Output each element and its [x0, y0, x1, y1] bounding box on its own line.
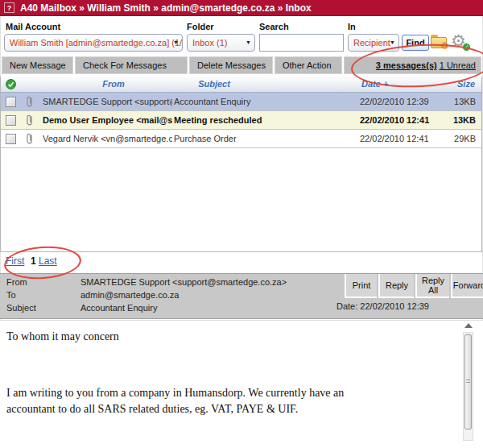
row-from: SMARTEDGE Support <support@smartedge.co.…	[43, 97, 172, 106]
search-in-value: Recipient	[353, 38, 390, 48]
row-from: Vegard Nervik <vn@smartedge.co.za>	[43, 134, 172, 143]
other-action-button[interactable]: Other Action	[275, 56, 342, 74]
new-message-button[interactable]: New Message	[2, 56, 73, 74]
row-checkbox[interactable]	[6, 97, 16, 107]
mail-account-label: Mail Account	[6, 22, 60, 31]
attachment-icon	[26, 114, 34, 127]
row-subject: Meeting rescheduled	[174, 115, 356, 125]
body-paragraph-line2: accountant to do all SARS related duties…	[6, 401, 385, 417]
select-all-check-icon[interactable]	[6, 79, 16, 89]
mailbox-window: ? A40 Mailbox » William Smith » admin@sm…	[0, 0, 483, 448]
row-subject: Accountant Enquiry	[174, 97, 356, 106]
reply-all-button[interactable]: Reply All	[415, 274, 449, 298]
folder-label: Folder	[187, 22, 214, 31]
row-checkbox[interactable]	[6, 134, 16, 144]
message-row-unread[interactable]: Demo User Employee <mail@smartedge.co.za…	[1, 111, 481, 130]
reading-pane-header: From SMARTEDGE Support <support@smartedg…	[0, 273, 483, 319]
chevron-down-icon: ▼	[390, 35, 395, 51]
body-paragraph-line1: I am writing to you from a company in Hu…	[6, 385, 385, 401]
unread-count-link[interactable]: 1 Unread	[440, 60, 476, 70]
from-value: SMARTEDGE Support <support@smartedge.co.…	[80, 277, 287, 287]
mail-account-value: William Smith [admin@smartedge.co.za] (1…	[10, 38, 183, 48]
scrollbar-thumb[interactable]	[464, 334, 472, 429]
subject-value: Accountant Enquiry	[80, 303, 157, 313]
row-date: 22/02/2010 12:41	[360, 115, 440, 125]
pagination-first[interactable]: First	[6, 255, 24, 267]
body-greeting: To whom it may concern	[6, 330, 119, 343]
help-icon[interactable]: ?	[4, 2, 14, 13]
column-header-subject[interactable]: Subject	[162, 79, 266, 89]
message-list: From Subject Date + Size SMARTEDGE Suppo…	[0, 77, 482, 252]
row-size: 29KB	[440, 134, 476, 143]
message-date: Date: 22/02/2010 12:39	[336, 301, 429, 311]
title-bar: ? A40 Mailbox » William Smith » admin@sm…	[0, 0, 483, 16]
row-date: 22/02/2010 12:39	[360, 97, 440, 106]
chevron-down-icon: ▼	[173, 35, 179, 51]
folder-value: Inbox (1)	[192, 38, 227, 48]
message-counts: 3 messages(s) 1 Unread	[344, 56, 481, 74]
message-row-selected[interactable]: SMARTEDGE Support <support@smartedge.co.…	[1, 93, 481, 111]
to-label: To	[6, 290, 16, 300]
search-input[interactable]	[259, 34, 344, 52]
message-row[interactable]: Vegard Nervik <vn@smartedge.co.za> Purch…	[1, 130, 481, 148]
in-label: In	[348, 22, 356, 31]
column-header-date[interactable]: Date +	[361, 79, 388, 89]
search-label: Search	[259, 22, 289, 31]
check-badge-icon: ✓	[462, 43, 471, 52]
to-value: admin@smartedge.co.za	[80, 290, 179, 300]
messages-count-link[interactable]: 3 messages(s)	[376, 60, 437, 70]
forward-button[interactable]: Forward	[451, 274, 483, 298]
row-size: 13KB	[440, 97, 476, 106]
column-header-from[interactable]: From	[49, 79, 178, 89]
row-subject: Purchase Order	[174, 134, 356, 143]
attachment-icon	[26, 95, 34, 108]
print-button[interactable]: Print	[345, 274, 377, 298]
list-header: From Subject Date + Size	[1, 77, 481, 93]
column-header-size[interactable]: Size	[457, 79, 475, 89]
chevron-down-icon: ▼	[246, 35, 251, 51]
mail-account-select[interactable]: William Smith [admin@smartedge.co.za] (1…	[4, 34, 183, 52]
pagination-current: 1	[31, 255, 36, 267]
row-from: Demo User Employee <mail@smartedge.co.za…	[43, 115, 172, 125]
page-title: A40 Mailbox » William Smith » admin@smar…	[20, 0, 312, 16]
message-body: To whom it may concern I am writing to y…	[0, 320, 483, 448]
scrollbar-track[interactable]	[463, 332, 473, 441]
manage-folders-icon[interactable]: ⚙	[431, 35, 448, 48]
settings-gear-icon[interactable]: ⚙ ✓	[451, 32, 470, 52]
folder-select[interactable]: Inbox (1) ▼	[187, 34, 255, 52]
check-for-messages-button[interactable]: Check For Messages	[75, 56, 188, 74]
pagination-last[interactable]: Last	[39, 255, 57, 267]
row-size: 13KB	[440, 115, 476, 125]
row-checkbox[interactable]	[6, 115, 16, 126]
subject-label: Subject	[6, 303, 36, 313]
scroll-up-icon[interactable]	[464, 323, 473, 328]
search-in-select[interactable]: Recipient ▼	[348, 34, 399, 52]
find-button[interactable]: Find	[402, 35, 429, 51]
row-date: 22/02/2010 12:41	[360, 134, 440, 143]
scrollbar-grip	[466, 380, 470, 383]
attachment-icon	[26, 132, 34, 145]
folder-gear-icon: ⚙	[440, 40, 449, 52]
from-label: From	[6, 277, 27, 287]
reply-button[interactable]: Reply	[378, 274, 414, 298]
body-paragraph: I am writing to you from a company in Hu…	[6, 385, 385, 417]
delete-messages-button[interactable]: Delete Messages	[189, 56, 273, 74]
